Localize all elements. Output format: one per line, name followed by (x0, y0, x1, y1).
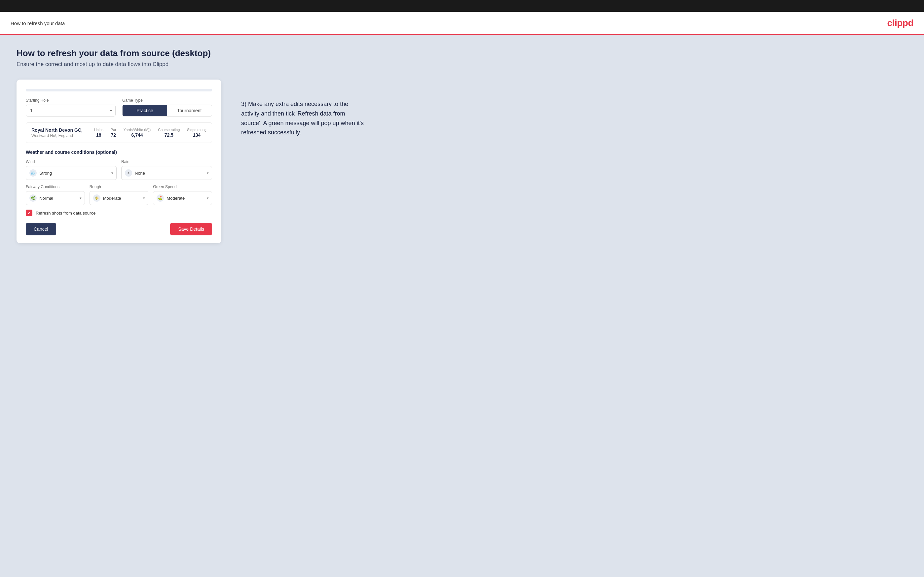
holes-value: 18 (94, 132, 103, 138)
page-title: How to refresh your data (11, 21, 65, 26)
course-name: Royal North Devon GC, (31, 127, 82, 133)
page-heading: How to refresh your data from source (de… (16, 48, 908, 58)
course-info-box: Royal North Devon GC, Westward Ho!, Engl… (26, 122, 212, 143)
rough-label: Rough (89, 185, 149, 189)
wind-select[interactable]: Strong (39, 171, 113, 176)
rain-select[interactable]: None (135, 171, 208, 176)
fairway-label: Fairway Conditions (26, 185, 85, 189)
checkmark-icon: ✓ (27, 211, 31, 216)
green-speed-select[interactable]: Moderate (166, 196, 208, 201)
fairway-field: Fairway Conditions 🌿 Normal ▾ (26, 185, 85, 205)
slope-rating-label: Slope rating (187, 128, 207, 132)
par-value: 72 (111, 132, 116, 138)
rough-icon: 🌾 (93, 194, 100, 202)
refresh-label: Refresh shots from data source (36, 211, 95, 216)
card-top-bar (26, 89, 212, 92)
tournament-button[interactable]: Tournament (167, 105, 212, 116)
cancel-button[interactable]: Cancel (26, 223, 56, 235)
holes-stat: Holes 18 (94, 128, 103, 138)
save-button[interactable]: Save Details (170, 223, 212, 235)
slope-rating-value: 134 (187, 132, 207, 138)
yards-label: Yards/White (M)) (124, 128, 151, 132)
conditions-title: Weather and course conditions (optional) (26, 150, 212, 155)
wind-field: Wind 💨 Strong ▾ (26, 160, 116, 180)
course-rating-label: Course rating (158, 128, 180, 132)
wind-label: Wind (26, 160, 116, 164)
logo: clippd (887, 18, 913, 28)
par-stat: Par 72 (111, 128, 116, 138)
course-details: Royal North Devon GC, Westward Ho!, Engl… (31, 127, 82, 138)
starting-hole-group: Starting Hole 1 ▾ (26, 98, 116, 116)
form-card: Starting Hole 1 ▾ Game Type Practice Tou… (16, 79, 221, 243)
rough-field: Rough 🌾 Moderate ▾ (89, 185, 149, 205)
starting-hole-label: Starting Hole (26, 98, 116, 103)
course-rating-value: 72.5 (158, 132, 180, 138)
starting-hole-select[interactable]: 1 (30, 108, 111, 113)
refresh-checkbox-row[interactable]: ✓ Refresh shots from data source (26, 210, 212, 216)
yards-value: 6,744 (124, 132, 151, 138)
refresh-checkbox[interactable]: ✓ (26, 210, 32, 216)
wind-icon: 💨 (29, 169, 37, 177)
holes-label: Holes (94, 128, 103, 132)
action-buttons: Cancel Save Details (26, 223, 212, 235)
course-rating-stat: Course rating 72.5 (158, 128, 180, 138)
conditions-section: Weather and course conditions (optional)… (26, 150, 212, 205)
page-subheading: Ensure the correct and most up to date d… (16, 61, 908, 68)
rain-field: Rain ☀ None ▾ (121, 160, 212, 180)
green-speed-label: Green Speed (153, 185, 212, 189)
fairway-icon: 🌿 (29, 194, 37, 202)
side-text-content: 3) Make any extra edits necessary to the… (241, 99, 367, 137)
fairway-select[interactable]: Normal (39, 196, 81, 201)
rain-label: Rain (121, 160, 212, 164)
side-text-container: 3) Make any extra edits necessary to the… (241, 79, 908, 137)
course-location: Westward Ho!, England (31, 133, 82, 138)
game-type-toggle: Practice Tournament (122, 105, 212, 116)
rough-select[interactable]: Moderate (103, 196, 145, 201)
game-type-group: Game Type Practice Tournament (122, 98, 212, 116)
practice-button[interactable]: Practice (123, 105, 167, 116)
slope-rating-stat: Slope rating 134 (187, 128, 207, 138)
par-label: Par (111, 128, 116, 132)
yards-stat: Yards/White (M)) 6,744 (124, 128, 151, 138)
rain-icon: ☀ (125, 169, 132, 177)
green-speed-icon: ⛳ (157, 194, 164, 202)
game-type-label: Game Type (122, 98, 212, 103)
green-speed-field: Green Speed ⛳ Moderate ▾ (153, 185, 212, 205)
course-stats: Holes 18 Par 72 Yards/White (M)) 6,744 C… (94, 128, 207, 138)
